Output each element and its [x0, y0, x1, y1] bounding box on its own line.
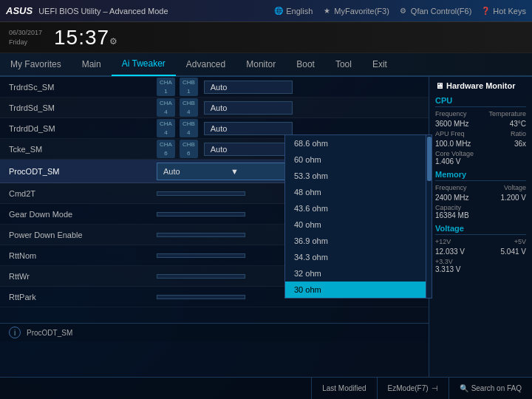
setting-value[interactable]	[157, 295, 245, 299]
ezmode-icon: ⊣	[432, 384, 438, 392]
status-right: Last Modified EzMode(F7) ⊣ 🔍 Search on F…	[311, 378, 532, 400]
dropdown-item-40[interactable]: 40 ohm	[285, 216, 432, 233]
hw-row: Frequency Temperature	[435, 110, 526, 117]
chb-badge: CHB4	[180, 98, 198, 116]
nav-monitor[interactable]: Monitor	[236, 52, 286, 76]
voltage-section-title: Voltage	[435, 224, 526, 235]
time-display: 15:37⚙	[54, 26, 118, 50]
language-selector[interactable]: 🌐 English	[273, 6, 313, 16]
info-text: ProcODT_SM	[27, 329, 72, 337]
setting-value[interactable]	[157, 212, 245, 216]
dropdown-item-48[interactable]: 48 ohm	[285, 184, 432, 200]
setting-value[interactable]	[157, 274, 245, 279]
scrollbar-thumb	[427, 137, 432, 181]
setting-value[interactable]: Auto	[204, 81, 293, 94]
dropdown-item-369[interactable]: 36.9 ohm	[285, 233, 432, 249]
app-title: UEFI BIOS Utility – Advanced Mode	[38, 7, 273, 16]
hw-monitor-title: 🖥 Hardware Monitor	[435, 81, 526, 90]
setting-value[interactable]: Auto	[204, 122, 293, 135]
hw-label: Temperature	[488, 110, 526, 117]
star-icon: ★	[321, 6, 332, 16]
hw-row: Frequency Voltage	[435, 184, 526, 191]
procodt-name: ProcODT_SM	[9, 167, 157, 176]
mem-voltage: 1.200 V	[501, 194, 526, 202]
setting-name-rttpark: RttPark	[9, 293, 157, 301]
dropdown-item-533[interactable]: 53.3 ohm	[285, 168, 432, 184]
setting-value[interactable]: Auto	[204, 101, 293, 115]
cpu-section-title: CPU	[435, 96, 526, 107]
nav-main[interactable]: Main	[72, 52, 112, 76]
hw-monitor-panel: 🖥 Hardware Monitor CPU Frequency Tempera…	[429, 77, 532, 377]
nav-advanced[interactable]: Advanced	[176, 52, 236, 76]
ezmode-btn[interactable]: EzMode(F7) ⊣	[377, 378, 449, 400]
last-modified-label: Last Modified	[322, 384, 366, 392]
cha-chb-group: CHA1 CHB1	[157, 78, 198, 95]
myfavorites-btn[interactable]: ★ MyFavorite(F3)	[321, 6, 389, 16]
last-modified-btn[interactable]: Last Modified	[311, 378, 376, 400]
dropdown-item-343[interactable]: 34.3 ohm	[285, 249, 432, 265]
cpu-temperature: 43°C	[510, 120, 526, 128]
setting-value[interactable]: Auto	[204, 143, 293, 156]
hotkeys-icon: ❓	[480, 6, 491, 16]
cha-chb-group: CHA4 CHB4	[157, 98, 198, 116]
nav-boot[interactable]: Boot	[286, 52, 325, 76]
hw-label: Frequency	[435, 184, 467, 191]
hw-label: +3.3V	[435, 258, 526, 265]
hw-label: Voltage	[504, 184, 526, 191]
info-panel: i ProcODT_SM	[0, 323, 429, 341]
hw-row: 12.033 V 5.041 V	[435, 248, 526, 256]
mem-frequency: 2400 MHz	[435, 194, 469, 202]
setting-value[interactable]	[157, 253, 245, 258]
procodt-dropdown[interactable]: Auto ▼	[157, 163, 304, 180]
core-voltage: 1.406 V	[435, 157, 526, 166]
setting-name-tcke: Tcke_SM	[9, 145, 157, 154]
hw-label: Ratio	[511, 130, 526, 137]
dropdown-item-60[interactable]: 60 ohm	[285, 151, 432, 168]
dropdown-item-68[interactable]: 68.6 ohm	[285, 135, 432, 151]
nav-my-favorites[interactable]: My Favorites	[0, 52, 72, 76]
top-bar: ASUS UEFI BIOS Utility – Advanced Mode 🌐…	[0, 0, 532, 22]
dropdown-list: 68.6 ohm 60 ohm 53.3 ohm 48 ohm 43.6 ohm…	[284, 134, 432, 299]
chb-badge: CHB1	[180, 78, 198, 95]
hw-row: 3600 MHz 43°C	[435, 120, 526, 128]
datetime-bar: 06/30/2017 Friday 15:37⚙	[0, 22, 532, 53]
nav-tool[interactable]: Tool	[325, 52, 362, 76]
cha-badge: CHA1	[157, 78, 175, 95]
hw-label: +12V	[435, 238, 451, 245]
v5-value: 5.041 V	[501, 248, 526, 256]
apu-freq: 100.0 MHz	[435, 140, 471, 148]
search-label: Search on FAQ	[471, 384, 522, 392]
main-content: TrdrdSc_SM CHA1 CHB1 Auto TrdrdSd_SM CHA…	[0, 77, 532, 377]
dropdown-item-30[interactable]: 30 ohm	[285, 282, 432, 298]
table-row: TrdrdSc_SM CHA1 CHB1 Auto	[0, 77, 429, 98]
setting-value[interactable]	[157, 233, 245, 237]
nav-ai-tweaker[interactable]: Ai Tweaker	[112, 52, 176, 76]
setting-value[interactable]	[157, 191, 245, 196]
chb-badge: CHB6	[180, 140, 198, 157]
table-row: TrdrdSd_SM CHA4 CHB4 Auto	[0, 98, 429, 118]
cpu-frequency: 3600 MHz	[435, 120, 469, 128]
top-bar-icons: 🌐 English ★ MyFavorite(F3) ⚙ Qfan Contro…	[273, 6, 526, 16]
dropdown-item-436[interactable]: 43.6 ohm	[285, 200, 432, 216]
setting-name-trdrdsd: TrdrdSd_SM	[9, 103, 157, 112]
language-label: English	[286, 7, 313, 16]
date-block: 06/30/2017 Friday	[9, 28, 42, 47]
search-faq-btn[interactable]: 🔍 Search on FAQ	[449, 378, 532, 400]
search-icon: 🔍	[460, 384, 468, 392]
dropdown-item-32[interactable]: 32 ohm	[285, 265, 432, 282]
dropdown-scrollbar[interactable]	[426, 135, 432, 298]
day: Friday	[9, 38, 42, 47]
cha-badge: CHA4	[157, 119, 175, 137]
memory-section-title: Memory	[435, 170, 526, 181]
ratio: 36x	[514, 140, 526, 148]
hotkeys-btn[interactable]: ❓ Hot Keys	[480, 6, 526, 16]
cha-badge: CHA4	[157, 98, 175, 116]
setting-name-geardown: Gear Down Mode	[9, 210, 157, 219]
time-gear[interactable]: ⚙	[109, 36, 118, 47]
hw-label: Frequency	[435, 110, 467, 117]
nav-exit[interactable]: Exit	[362, 52, 398, 76]
qfan-btn[interactable]: ⚙ Qfan Control(F6)	[398, 6, 472, 16]
cha-chb-group: CHA6 CHB6	[157, 140, 198, 157]
setting-name-trdrddd: TrdrdDd_SM	[9, 124, 157, 133]
hw-row: APU Freq Ratio	[435, 130, 526, 137]
